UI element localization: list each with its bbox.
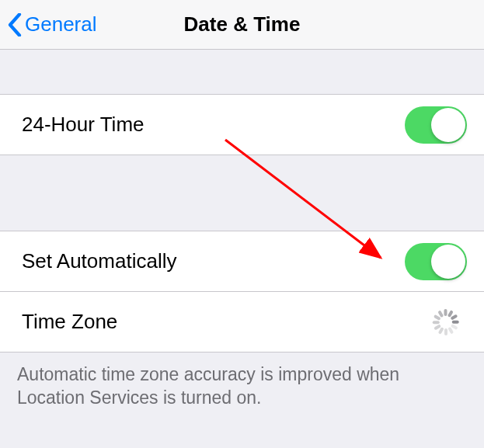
toggle-set-automatically[interactable] xyxy=(405,243,467,280)
footer-description: Automatic time zone accuracy is improved… xyxy=(0,352,484,421)
row-label-time-zone: Time Zone xyxy=(22,310,117,334)
toggle-24-hour-time[interactable] xyxy=(405,106,467,144)
row-set-automatically: Set Automatically xyxy=(0,231,484,292)
row-time-zone[interactable]: Time Zone xyxy=(0,292,484,352)
nav-header: General Date & Time xyxy=(0,0,484,50)
section-gap xyxy=(0,50,484,95)
chevron-left-icon xyxy=(8,13,22,36)
loading-spinner-icon xyxy=(433,309,459,335)
row-24-hour-time: 24-Hour Time xyxy=(0,95,484,155)
section-gap xyxy=(0,155,484,231)
back-button[interactable]: General xyxy=(0,12,97,36)
back-label: General xyxy=(25,12,97,36)
toggle-knob xyxy=(431,245,465,279)
toggle-knob xyxy=(431,108,465,142)
row-label-24-hour: 24-Hour Time xyxy=(22,113,145,137)
row-label-set-auto: Set Automatically xyxy=(22,249,176,273)
